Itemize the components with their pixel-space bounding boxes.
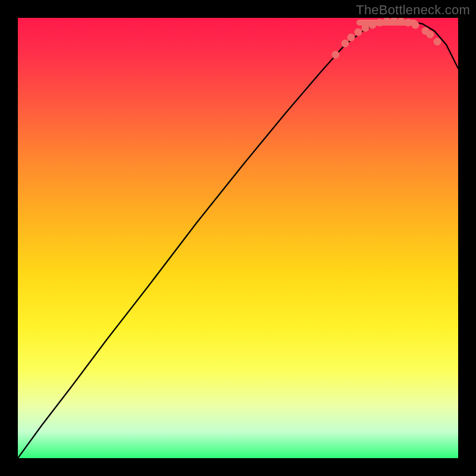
highlight-dot <box>434 38 441 46</box>
highlight-dot <box>355 29 362 36</box>
highlight-dot <box>383 18 391 26</box>
highlight-dot <box>405 19 412 27</box>
highlight-dot <box>342 40 349 48</box>
highlight-dot <box>332 51 340 59</box>
highlight-dot <box>376 19 384 27</box>
highlight-dot <box>412 21 419 29</box>
watermark-label: TheBottleneck.com <box>356 2 470 18</box>
curve-layer <box>18 18 458 458</box>
highlight-dot <box>369 21 377 29</box>
bottleneck-curve <box>18 21 458 458</box>
highlight-dots <box>332 18 441 59</box>
chart-stage: TheBottleneck.com <box>0 0 476 476</box>
highlight-dot <box>427 31 434 39</box>
highlight-dot <box>397 18 405 26</box>
highlight-dot <box>362 24 369 32</box>
plot-area <box>18 18 458 458</box>
highlight-dot <box>347 34 355 42</box>
